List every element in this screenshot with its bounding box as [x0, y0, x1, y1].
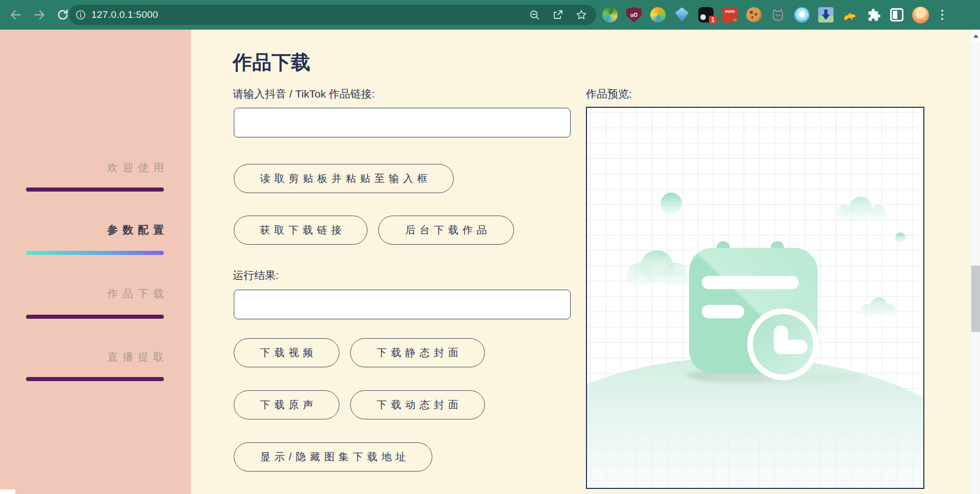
browser-menu-dots-icon[interactable]	[938, 7, 947, 22]
blue-lens-extension-icon[interactable]	[794, 7, 810, 22]
url-text[interactable]: 127.0.0.1:5000	[91, 9, 519, 20]
address-bar[interactable]: 127.0.0.1:5000	[69, 5, 596, 25]
floating-dot-small	[895, 232, 905, 243]
sidebar-item-label[interactable]: 参数配置	[107, 223, 168, 237]
sidebar-item-label[interactable]: 作品下载	[107, 287, 168, 301]
get-download-link-button[interactable]: 获取下载链接	[234, 216, 368, 245]
preview-placeholder-illustration	[587, 108, 923, 488]
download-video-button[interactable]: 下载视频	[234, 338, 339, 367]
calendar-line-2	[702, 305, 744, 318]
video-downloader-extension-icon[interactable]	[818, 7, 834, 22]
preview-area	[586, 107, 924, 489]
browser-window: 127.0.0.1:5000 uO	[0, 0, 980, 494]
blue-gem-extension-icon[interactable]	[674, 7, 690, 22]
background-download-button[interactable]: 后台下载作品	[378, 216, 514, 245]
download-audio-button[interactable]: 下载原声	[234, 390, 339, 419]
ublock-origin-extension-icon[interactable]: uO	[626, 7, 642, 22]
share-icon[interactable]	[550, 7, 566, 22]
bookmark-star-icon[interactable]	[574, 7, 589, 22]
calendar-line-1	[702, 276, 799, 289]
link-input-label: 请输入抖音 / TikTok 作品链接:	[233, 87, 375, 101]
sidebar-underline	[26, 377, 164, 381]
red-tool-extension-icon[interactable]	[722, 7, 738, 22]
sidebar-item-label[interactable]: 欢迎使用	[107, 160, 168, 175]
preview-label: 作品预览:	[586, 87, 632, 101]
download-dynamic-cover-button[interactable]: 下载动态封面	[350, 390, 485, 419]
result-label: 运行结果:	[233, 268, 279, 283]
site-info-icon[interactable]	[75, 9, 86, 20]
extensions-row: uO 1	[602, 0, 947, 30]
back-button[interactable]	[6, 5, 26, 25]
split-view-icon[interactable]	[890, 8, 903, 21]
cloud-right	[862, 297, 896, 318]
sidebar-underline	[26, 315, 164, 319]
scrollbar-thumb[interactable]	[971, 266, 980, 332]
profile-avatar[interactable]	[912, 7, 929, 23]
scrollbar-up-button[interactable]	[971, 30, 980, 42]
bottom-corner-notch	[0, 489, 15, 494]
idm-extension-icon[interactable]	[602, 7, 618, 22]
cookie-editor-extension-icon[interactable]	[746, 7, 762, 22]
download-static-cover-button[interactable]: 下载静态封面	[350, 338, 485, 367]
reload-icon	[56, 8, 69, 21]
sidebar-nav: 欢迎使用 参数配置 作品下载 直播提取	[0, 30, 191, 494]
clock-illustration	[747, 309, 819, 380]
forward-icon	[33, 8, 46, 21]
tampermonkey-cat-extension-icon[interactable]	[842, 7, 857, 22]
extension-badge: 1	[709, 16, 717, 24]
toggle-gallery-links-button[interactable]: 显示/隐藏图集下载地址	[234, 442, 432, 472]
black-recorder-extension-icon[interactable]: 1	[698, 7, 714, 22]
floating-dot-large	[660, 193, 682, 214]
result-input[interactable]	[234, 290, 571, 319]
page-title: 作品下载	[233, 50, 310, 76]
sidebar-underline	[26, 187, 164, 192]
extensions-puzzle-icon[interactable]	[866, 7, 881, 22]
sidebar-item-label[interactable]: 直播提取	[107, 350, 168, 364]
cloud-top-right	[837, 197, 886, 224]
colorful-globe-extension-icon[interactable]	[650, 7, 666, 22]
page-scrollbar[interactable]	[970, 30, 980, 494]
sidebar-underline-active	[26, 251, 164, 255]
zoom-out-icon[interactable]	[527, 7, 542, 22]
browser-toolbar: 127.0.0.1:5000 uO	[0, 0, 980, 30]
forward-button[interactable]	[30, 5, 49, 25]
back-icon	[9, 8, 22, 21]
link-input[interactable]	[234, 108, 571, 137]
ublock-glyph: uO	[630, 12, 638, 18]
cloud-left	[627, 250, 689, 291]
read-clipboard-button[interactable]: 读取剪贴板并粘贴至输入框	[234, 164, 454, 193]
cat-outline-extension-icon[interactable]	[770, 7, 786, 22]
